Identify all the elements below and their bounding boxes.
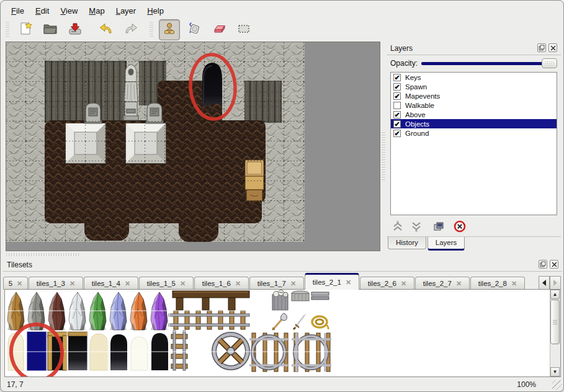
float-panel-button[interactable] — [537, 43, 546, 52]
tab-close-icon[interactable]: ✕ — [180, 280, 186, 288]
fill-tool-icon — [187, 21, 202, 38]
column-tile — [292, 291, 309, 301]
panel-tab-history[interactable]: History — [388, 237, 426, 249]
duplicate-icon — [432, 220, 445, 233]
resize-grip[interactable] — [552, 380, 562, 390]
stamp-tool-icon — [162, 21, 177, 38]
layer-row-above[interactable]: ✔Above — [391, 110, 557, 119]
menu-edit[interactable]: Edit — [30, 4, 55, 17]
tab-close-icon[interactable]: ✕ — [346, 278, 351, 287]
tileset-scrollbar[interactable]: ▲ ▼ — [550, 290, 560, 376]
tileset-tab-tiles_2_6[interactable]: tiles_2_6✕ — [360, 277, 414, 290]
redo-button[interactable] — [120, 19, 141, 40]
delete-layer-button[interactable] — [452, 219, 467, 234]
open-file-button[interactable] — [40, 19, 61, 40]
layer-row-ground[interactable]: ✔Ground — [391, 128, 557, 138]
tileset-tab-tiles_2_1[interactable]: tiles_2_1✕ — [305, 273, 359, 290]
layer-visibility-checkbox[interactable]: ✔ — [393, 92, 401, 100]
menu-map[interactable]: Map — [83, 4, 110, 17]
scroll-down-button[interactable]: ▼ — [550, 367, 560, 376]
close-panel-button[interactable] — [550, 260, 558, 269]
tab-close-icon[interactable]: ✕ — [511, 280, 517, 288]
layer-row-objects[interactable]: ✔Objects — [391, 119, 557, 128]
menu-help[interactable]: Help — [141, 4, 169, 17]
tileset-tab-tiles_1_4[interactable]: tiles_1_4✕ — [84, 277, 138, 290]
fill-tool-button[interactable] — [184, 19, 205, 40]
toolbar-drag-handle[interactable] — [6, 21, 9, 38]
horizontal-splitter[interactable] — [6, 252, 380, 257]
tileset-tab-tiles_2_7[interactable]: tiles_2_7✕ — [415, 277, 470, 290]
panel-tab-layers[interactable]: Layers — [427, 237, 465, 251]
zoom-level: 100% — [517, 380, 536, 389]
doorway-tiles — [8, 332, 168, 370]
statusbar: 17, 7 100% — [1, 379, 563, 391]
wood-beam-tiles — [172, 291, 249, 310]
opacity-slider-track[interactable] — [421, 62, 556, 65]
undo-button[interactable] — [96, 19, 117, 40]
layer-visibility-checkbox[interactable]: ✔ — [393, 130, 401, 137]
tab-label: tiles_1_6 — [202, 280, 231, 287]
toolbar-drag-handle[interactable] — [150, 21, 153, 38]
float-panel-button[interactable] — [539, 260, 547, 269]
map-editor-canvas[interactable] — [6, 42, 380, 251]
stamp-tool-button[interactable] — [159, 19, 180, 40]
layer-visibility-checkbox[interactable]: ✔ — [393, 111, 401, 118]
menu-view[interactable]: View — [55, 4, 83, 17]
menu-layer[interactable]: Layer — [110, 4, 142, 17]
tilesets-panel-title: Tilesets — [7, 261, 32, 269]
save-file-button[interactable] — [65, 19, 86, 40]
layer-visibility-checkbox[interactable]: ✔ — [393, 74, 401, 81]
layers-panel-header: Layers — [387, 42, 561, 55]
tilesets-panel: Tilesets 5✕tiles_1_3✕tiles_1_4✕tiles_1_5… — [3, 258, 562, 380]
tab-close-icon[interactable]: ✕ — [235, 280, 241, 288]
tileset-tab-tiles_1_7[interactable]: tiles_1_7✕ — [249, 277, 304, 290]
skull-bucket-tile — [272, 290, 288, 311]
chevron-down-icon — [410, 220, 423, 233]
rail-crossing-tiles — [214, 333, 331, 372]
layer-visibility-checkbox[interactable]: ✔ — [393, 83, 401, 91]
tileset-tab-tiles_2_8[interactable]: tiles_2_8✕ — [470, 277, 525, 290]
layer-row-keys[interactable]: ✔Keys — [391, 73, 557, 82]
opacity-slider-handle[interactable] — [542, 58, 557, 68]
layer-row-walkable[interactable]: Walkable — [391, 100, 557, 110]
menu-file[interactable]: File — [6, 4, 30, 17]
select-tool-button[interactable] — [233, 19, 254, 40]
eraser-tool-button[interactable] — [208, 19, 230, 40]
tileset-view[interactable]: ▲ ▼ — [4, 289, 561, 377]
layer-row-mapevents[interactable]: ✔Mapevents — [391, 91, 557, 100]
tileset-tab-tiles_1_5[interactable]: tiles_1_5✕ — [139, 277, 194, 290]
float-icon — [540, 261, 546, 267]
tab-close-icon[interactable]: ✕ — [17, 280, 22, 288]
layer-row-spawn[interactable]: ✔Spawn — [391, 82, 557, 91]
tab-close-icon[interactable]: ✕ — [125, 280, 130, 288]
scroll-tabs-right-button[interactable] — [550, 276, 561, 290]
vertical-splitter[interactable] — [380, 42, 387, 251]
layer-name: Spawn — [405, 83, 427, 91]
scrollbar-thumb[interactable] — [550, 300, 560, 344]
arrow-left-icon — [542, 280, 547, 286]
tab-close-icon[interactable]: ✕ — [456, 280, 462, 288]
item-tiles — [272, 290, 329, 331]
tab-label: tiles_1_7 — [257, 280, 286, 287]
tab-close-icon[interactable]: ✕ — [290, 280, 296, 288]
move-layer-down-button[interactable] — [409, 219, 424, 234]
tab-close-icon[interactable]: ✕ — [69, 280, 75, 288]
duplicate-layer-button[interactable] — [431, 219, 446, 234]
scroll-tabs-left-button[interactable] — [539, 276, 550, 290]
scroll-up-button[interactable]: ▲ — [550, 290, 560, 299]
new-file-button[interactable] — [15, 19, 36, 40]
shovel-tile — [272, 313, 287, 330]
tileset-tab-tiles_1_3[interactable]: tiles_1_3✕ — [29, 277, 83, 290]
panel-tab-bar: HistoryLayers — [388, 237, 466, 251]
tileset-tab-tiles_1_6[interactable]: tiles_1_6✕ — [194, 277, 249, 290]
save-icon — [68, 21, 83, 38]
move-layer-up-button[interactable] — [390, 219, 405, 234]
layer-visibility-checkbox[interactable] — [393, 102, 401, 109]
open-folder-icon — [43, 21, 58, 38]
layer-visibility-checkbox[interactable]: ✔ — [393, 120, 401, 128]
cursor-coordinates: 17, 7 — [7, 380, 24, 389]
opacity-slider[interactable] — [421, 58, 557, 68]
tileset-tab-5[interactable]: 5✕ — [3, 277, 28, 290]
close-panel-button[interactable] — [548, 43, 557, 52]
tab-close-icon[interactable]: ✕ — [401, 280, 406, 288]
